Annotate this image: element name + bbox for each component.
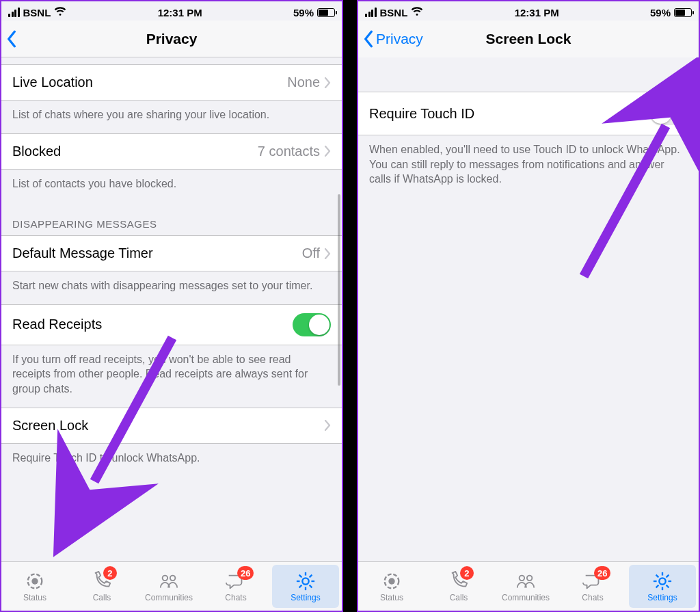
tab-chats-label: Chats (225, 593, 246, 602)
blocked-row[interactable]: Blocked 7 contacts (1, 133, 342, 170)
signal-icon (8, 8, 20, 17)
screen-lock-footer: Require Touch ID to unlock WhatsApp. (1, 444, 342, 477)
svg-line-27 (667, 574, 669, 577)
tab-chats[interactable]: 26 Chats (202, 562, 269, 611)
status-bar: BSNL 12:31 PM 59% (1, 1, 342, 21)
require-touchid-row: Require Touch ID (358, 92, 699, 135)
require-touchid-footer: When enabled, you'll need to use Touch I… (358, 135, 699, 198)
chevron-right-icon (324, 146, 331, 157)
blocked-footer: List of contacts you have blocked. (1, 170, 342, 202)
default-timer-value: Off (302, 245, 320, 261)
tab-status[interactable]: Status (358, 562, 425, 611)
tab-calls-label: Calls (450, 593, 468, 602)
nav-title: Screen Lock (486, 31, 571, 47)
back-button[interactable]: Privacy (362, 21, 423, 57)
blocked-value: 7 contacts (258, 144, 320, 159)
svg-line-24 (656, 574, 659, 577)
tab-communities[interactable]: Communities (135, 562, 202, 611)
tab-bar: Status 2 Calls Communities 26 Chats Sett… (1, 561, 342, 611)
require-touchid-label: Require Touch ID (369, 106, 649, 122)
chevron-right-icon (324, 77, 331, 88)
tab-settings[interactable]: Settings (272, 565, 339, 608)
live-location-value: None (287, 75, 320, 90)
live-location-label: Live Location (12, 75, 287, 90)
back-label: Privacy (376, 31, 423, 47)
tab-communities-label: Communities (502, 593, 550, 602)
read-receipts-footer: If you turn off read receipts, you won't… (1, 345, 342, 408)
read-receipts-toggle[interactable] (293, 313, 331, 336)
svg-line-25 (667, 585, 669, 587)
svg-line-13 (310, 574, 312, 577)
wifi-icon (54, 7, 66, 18)
screen-lock-screen: BSNL 12:31 PM 59% Privacy Screen Lock Re… (357, 0, 700, 612)
privacy-screen: BSNL 12:31 PM 59% Privacy Live Location (0, 0, 343, 612)
communities-icon (158, 571, 180, 591)
clock-label: 12:31 PM (515, 7, 559, 18)
chevron-right-icon (324, 420, 331, 431)
screen-lock-label: Screen Lock (12, 418, 324, 434)
battery-pct: 59% (293, 7, 314, 18)
svg-point-18 (527, 575, 533, 581)
blocked-label: Blocked (12, 144, 258, 159)
status-bar: BSNL 12:31 PM 59% (358, 1, 699, 21)
read-receipts-row: Read Receipts (1, 304, 342, 345)
screen-lock-row[interactable]: Screen Lock (1, 408, 342, 444)
svg-point-17 (520, 575, 525, 581)
tab-settings[interactable]: Settings (629, 565, 696, 608)
svg-line-12 (299, 585, 302, 587)
tab-chats[interactable]: 26 Chats (559, 562, 626, 611)
carrier-label: BSNL (380, 7, 408, 18)
default-timer-footer: Start new chats with disappearing messag… (1, 271, 342, 304)
status-icon (381, 571, 403, 591)
live-location-row[interactable]: Live Location None (1, 64, 342, 101)
gear-icon (295, 571, 317, 591)
tab-status-label: Status (380, 593, 403, 602)
tab-chats-label: Chats (582, 593, 603, 602)
svg-line-10 (299, 574, 302, 577)
status-icon (24, 571, 46, 591)
tab-communities[interactable]: Communities (492, 562, 559, 611)
read-receipts-label: Read Receipts (12, 317, 293, 332)
chats-badge: 26 (594, 566, 610, 580)
gear-icon (651, 571, 673, 591)
tab-status[interactable]: Status (1, 562, 68, 611)
battery-pct: 59% (650, 7, 671, 18)
svg-point-2 (31, 578, 38, 584)
calls-badge: 2 (103, 566, 117, 580)
clock-label: 12:31 PM (158, 7, 202, 18)
carrier-label: BSNL (23, 7, 51, 18)
nav-bar: Privacy (1, 21, 342, 57)
tab-calls[interactable]: 2 Calls (68, 562, 135, 611)
svg-point-5 (302, 578, 308, 584)
svg-line-26 (656, 585, 659, 587)
tab-calls[interactable]: 2 Calls (425, 562, 492, 611)
chevron-right-icon (324, 248, 331, 259)
svg-point-19 (659, 578, 665, 584)
tab-settings-label: Settings (291, 593, 320, 602)
battery-icon (317, 8, 335, 17)
svg-point-3 (163, 575, 168, 581)
signal-icon (365, 8, 377, 17)
battery-icon (674, 8, 692, 17)
tab-bar: Status 2 Calls Communities 26 Chats Sett… (358, 561, 699, 611)
disappearing-header: DISAPPEARING MESSAGES (1, 202, 342, 235)
back-button[interactable] (5, 21, 18, 57)
nav-bar: Privacy Screen Lock (358, 21, 699, 57)
svg-line-11 (310, 585, 312, 587)
chats-badge: 26 (237, 566, 254, 580)
svg-point-4 (170, 575, 176, 581)
default-timer-label: Default Message Timer (12, 245, 302, 261)
default-timer-row[interactable]: Default Message Timer Off (1, 235, 342, 271)
wifi-icon (411, 7, 423, 18)
svg-point-16 (388, 578, 394, 584)
nav-title: Privacy (146, 31, 198, 47)
calls-badge: 2 (460, 566, 474, 580)
tab-communities-label: Communities (145, 593, 193, 602)
tab-calls-label: Calls (93, 593, 111, 602)
scroll-indicator[interactable] (338, 194, 340, 386)
communities-icon (515, 571, 537, 591)
tab-settings-label: Settings (647, 593, 677, 602)
require-touchid-toggle[interactable] (649, 102, 688, 125)
tab-status-label: Status (23, 593, 46, 602)
live-location-footer: List of chats where you are sharing your… (1, 101, 342, 133)
